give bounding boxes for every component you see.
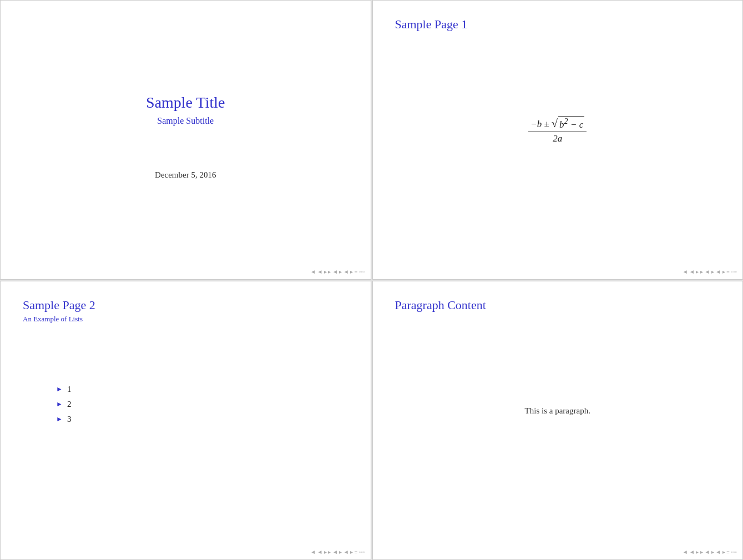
nav-bar-1: ◄ ◄ ▸ ▸ ◄ ▸ ◄ ▸ ≡ ◦◦◦ xyxy=(6,269,365,275)
slide-date: December 5, 2016 xyxy=(155,170,216,180)
slide-2: Sample Page 1 −b ± √b2 − c 2a ◄ ◄ ▸ ▸ ◄ … xyxy=(372,0,744,280)
bullet-3: ► xyxy=(56,415,63,423)
nav-symbols-2[interactable]: ◄ ◄ ▸ ▸ ◄ ▸ ◄ ▸ ≡ ◦◦◦ xyxy=(683,269,737,275)
nav-symbols-1[interactable]: ◄ ◄ ▸ ▸ ◄ ▸ ◄ ▸ ≡ ◦◦◦ xyxy=(310,269,365,275)
main-title: Sample Title xyxy=(146,94,225,112)
nav-bar-2: ◄ ◄ ▸ ▸ ◄ ▸ ◄ ▸ ≡ ◦◦◦ xyxy=(378,269,737,275)
list-item: ► 1 xyxy=(56,385,348,394)
formula-denominator: 2a xyxy=(550,132,564,144)
page-2-subtitle: An Example of Lists xyxy=(23,315,348,324)
main-subtitle: Sample Subtitle xyxy=(157,116,214,126)
page-1-title: Sample Page 1 xyxy=(395,17,721,32)
paragraph-text: This is a paragraph. xyxy=(525,406,590,416)
list-item: ► 3 xyxy=(56,415,348,424)
bullet-1: ► xyxy=(56,385,63,393)
page-2-title: Sample Page 2 xyxy=(23,298,348,312)
page-4-title: Paragraph Content xyxy=(395,298,721,312)
paragraph-container: This is a paragraph. xyxy=(395,318,721,538)
list-item-1-text: 1 xyxy=(67,385,72,394)
nav-bar-4: ◄ ◄ ▸ ▸ ◄ ▸ ◄ ▸ ≡ ◦◦◦ xyxy=(378,549,737,555)
sqrt-wrapper: √b2 − c xyxy=(552,116,584,130)
nav-bar-3: ◄ ◄ ▸ ▸ ◄ ▸ ◄ ▸ ≡ ◦◦◦ xyxy=(6,549,365,555)
list-item-2-text: 2 xyxy=(67,400,72,409)
formula-numerator: −b ± √b2 − c xyxy=(528,116,587,132)
sqrt-content: b2 − c xyxy=(558,116,584,130)
list-item: ► 2 xyxy=(56,400,348,409)
sqrt-symbol: √ xyxy=(552,118,558,129)
nav-symbols-4[interactable]: ◄ ◄ ▸ ▸ ◄ ▸ ◄ ▸ ≡ ◦◦◦ xyxy=(683,549,737,555)
slide-3: Sample Page 2 An Example of Lists ► 1 ► … xyxy=(0,281,371,561)
slide-1: Sample Title Sample Subtitle December 5,… xyxy=(0,0,371,280)
formula-container: −b ± √b2 − c 2a xyxy=(395,37,721,257)
nav-symbols-3[interactable]: ◄ ◄ ▸ ▸ ◄ ▸ ◄ ▸ ≡ ◦◦◦ xyxy=(310,549,365,555)
slide-4: Paragraph Content This is a paragraph. ◄… xyxy=(372,281,744,561)
list-item-3-text: 3 xyxy=(67,415,72,424)
bullet-2: ► xyxy=(56,400,63,408)
list-container: ► 1 ► 2 ► 3 xyxy=(56,385,348,430)
quadratic-formula: −b ± √b2 − c 2a xyxy=(528,116,587,144)
